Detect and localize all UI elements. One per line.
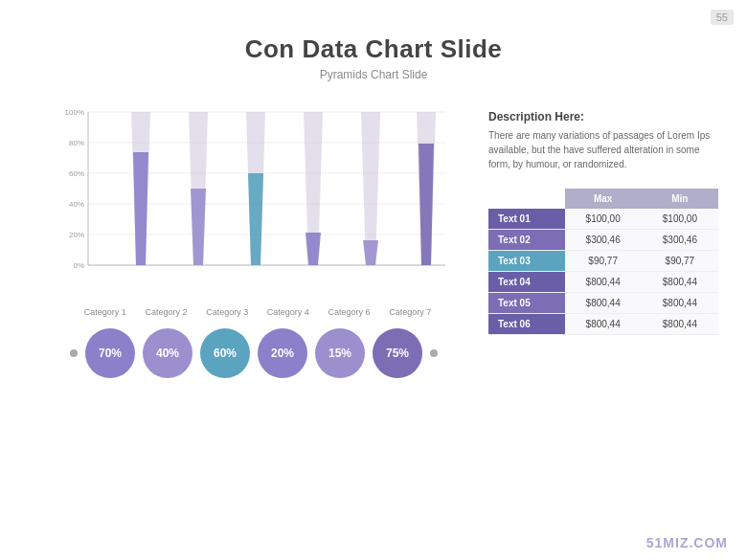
- slide-subtitle: Pyramids Chart Slide: [245, 68, 503, 81]
- category-label-4: Category 4: [258, 307, 319, 317]
- dot-left: [70, 349, 78, 357]
- svg-marker-21: [306, 233, 321, 265]
- row-max-6: $800,44: [565, 314, 642, 335]
- table-header-min: Min: [642, 189, 718, 209]
- svg-marker-25: [419, 144, 434, 265]
- row-min-1: $100,00: [642, 209, 718, 230]
- right-panel: Description Here: There are many variati…: [488, 102, 718, 378]
- circle-4: 20%: [258, 328, 307, 378]
- svg-text:20%: 20%: [69, 231, 84, 239]
- row-min-3: $90,77: [642, 251, 718, 272]
- svg-text:0%: 0%: [73, 261, 84, 270]
- row-max-3: $90,77: [565, 251, 642, 272]
- circle-3: 60%: [200, 328, 250, 378]
- circle-1: 70%: [85, 328, 135, 378]
- category-label-2: Category 2: [136, 307, 197, 317]
- circle-2: 40%: [143, 328, 192, 378]
- table-row: Text 06 $800,44 $800,44: [488, 314, 718, 335]
- svg-text:60%: 60%: [69, 169, 84, 178]
- table-row: Text 04 $800,44 $800,44: [488, 272, 718, 293]
- table-header-label: [488, 189, 565, 209]
- categories-row: Category 1 Category 2 Category 3 Categor…: [29, 307, 469, 317]
- row-min-6: $800,44: [642, 314, 718, 335]
- chart-wrapper: 100% 80% 60% 40% 20% 0%: [29, 102, 469, 303]
- watermark: 51MIZ.COM: [646, 535, 728, 550]
- svg-text:40%: 40%: [69, 200, 84, 209]
- row-max-5: $800,44: [565, 293, 642, 314]
- svg-text:80%: 80%: [69, 139, 84, 147]
- description-box: Description Here: There are many variati…: [488, 102, 718, 179]
- header: Con Data Chart Slide Pyramids Chart Slid…: [245, 34, 503, 81]
- description-text: There are many variations of passages of…: [488, 128, 718, 171]
- table-row: Text 03 $90,77 $90,77: [488, 251, 718, 272]
- table-header-max: Max: [565, 189, 642, 209]
- row-label-5: Text 05: [488, 293, 565, 314]
- svg-marker-15: [133, 152, 148, 265]
- svg-marker-23: [363, 240, 378, 265]
- category-label-7: Category 7: [379, 307, 441, 317]
- category-label-6: Category 6: [319, 307, 380, 317]
- row-min-5: $800,44: [642, 293, 718, 314]
- row-max-2: $300,46: [565, 230, 642, 251]
- row-max-1: $100,00: [565, 209, 642, 230]
- row-label-6: Text 06: [488, 314, 565, 335]
- table-row: Text 02 $300,46 $300,46: [488, 230, 718, 251]
- row-label-4: Text 04: [488, 272, 565, 293]
- slide: 55 Con Data Chart Slide Pyramids Chart S…: [0, 0, 747, 560]
- data-table: Max Min Text 01 $100,00 $100,00 Text 02 …: [488, 189, 718, 335]
- content-area: 100% 80% 60% 40% 20% 0%: [0, 102, 747, 378]
- circle-6: 75%: [373, 328, 422, 378]
- category-label-3: Category 3: [196, 307, 258, 317]
- svg-text:100%: 100%: [65, 108, 84, 117]
- row-min-2: $300,46: [642, 230, 718, 251]
- dot-right: [430, 349, 438, 357]
- description-title: Description Here:: [488, 110, 718, 123]
- svg-marker-17: [191, 189, 206, 265]
- category-label-1: Category 1: [75, 307, 136, 317]
- table-row: Text 01 $100,00 $100,00: [488, 209, 718, 230]
- pyramid-chart: 100% 80% 60% 40% 20% 0%: [29, 102, 469, 303]
- row-label-3: Text 03: [488, 251, 565, 272]
- table-row: Text 05 $800,44 $800,44: [488, 293, 718, 314]
- circle-5: 15%: [315, 328, 365, 378]
- svg-marker-19: [248, 173, 263, 265]
- row-label-2: Text 02: [488, 230, 565, 251]
- row-min-4: $800,44: [642, 272, 718, 293]
- circles-row: 70% 40% 60% 20% 15% 75%: [29, 328, 469, 378]
- slide-title: Con Data Chart Slide: [245, 34, 503, 64]
- chart-area: 100% 80% 60% 40% 20% 0%: [29, 102, 469, 378]
- row-max-4: $800,44: [565, 272, 642, 293]
- row-label-1: Text 01: [488, 209, 565, 230]
- slide-number: 55: [711, 10, 734, 25]
